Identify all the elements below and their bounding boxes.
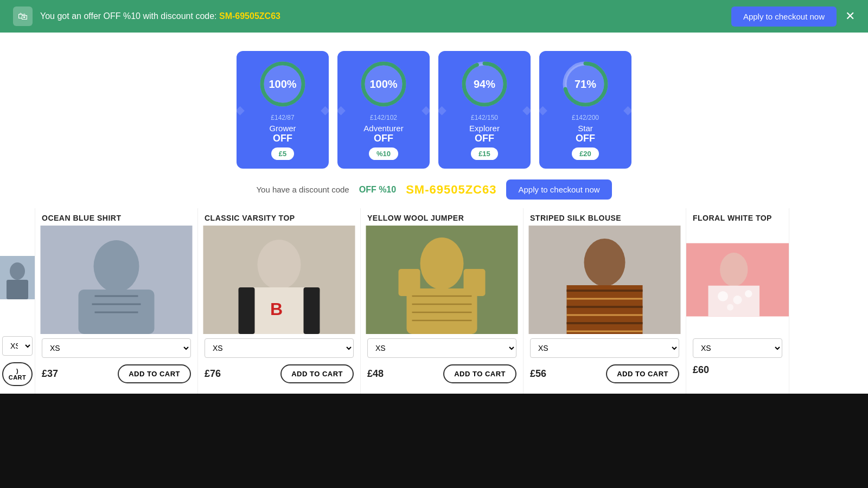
banner-code: SM-69505ZC63: [219, 11, 280, 21]
discount-label: You have a discount code: [256, 185, 349, 194]
banner-apply-button[interactable]: Apply to checkout now: [731, 7, 837, 27]
product-title-partial-left: [0, 208, 35, 223]
tier-card-grower: 100% £142/87 Grower OFF £5: [237, 51, 329, 169]
tier-circle-1: 100%: [359, 60, 408, 108]
apply-checkout-button[interactable]: Apply to checkout now: [506, 179, 611, 200]
product-card-striped-silk: STRIPED SILK BLOUSE XSSMLXL £56 ADD TO C…: [524, 208, 686, 394]
svg-point-47: [727, 304, 733, 311]
tier-circle-2: 94%: [460, 60, 509, 108]
svg-rect-20: [239, 287, 255, 334]
product-title-yellow-wool: YELLOW WOOL JUMPER: [361, 208, 523, 226]
svg-point-33: [584, 239, 626, 286]
tier-name-1: Adventurer: [363, 124, 403, 133]
tier-amounts-3: £142/200: [572, 114, 599, 121]
tier-card-star: 71% £142/200 Star OFF £20: [539, 51, 631, 169]
banner-icon: 🛍: [13, 7, 33, 26]
tier-circle-3: 71%: [561, 60, 610, 108]
main-content: 100% £142/87 Grower OFF £5 100% £142/102…: [0, 33, 868, 394]
product-card-ocean-blue: OCEAN BLUE SHIRT XSSMLXL £37 ADD TO CART: [35, 208, 198, 394]
add-to-cart-striped-silk[interactable]: ADD TO CART: [606, 364, 679, 383]
svg-rect-21: [304, 287, 320, 334]
tier-circle-0: 100%: [258, 60, 307, 108]
svg-rect-27: [407, 288, 477, 334]
add-to-cart-classic-varsity[interactable]: ADD TO CART: [280, 364, 354, 383]
svg-point-42: [720, 253, 748, 286]
svg-point-24: [420, 237, 464, 290]
banner-close-button[interactable]: ✕: [845, 10, 855, 22]
size-select-ocean-blue[interactable]: XSSMLXL: [42, 338, 191, 358]
tier-name-3: Star: [578, 124, 593, 133]
tier-off-3: OFF: [576, 133, 595, 144]
product-card-floral-white: FLORAL WHITE TOP XSSMLXL £60: [686, 208, 789, 394]
discount-off-label: OFF %10: [359, 185, 396, 195]
tier-amounts-1: £142/102: [370, 114, 397, 121]
tier-section: 100% £142/87 Grower OFF £5 100% £142/102…: [0, 46, 868, 179]
tier-card-adventurer: 100% £142/102 Adventurer OFF %10: [337, 51, 430, 169]
svg-point-44: [718, 291, 728, 301]
tier-off-1: OFF: [374, 133, 393, 144]
add-to-cart-yellow-wool[interactable]: ADD TO CART: [443, 364, 516, 383]
add-to-cart-partial-left[interactable]: ) CART: [2, 362, 33, 386]
tier-badge-2: £15: [471, 147, 498, 160]
tier-name-0: Grower: [269, 124, 296, 133]
product-footer-classic-varsity: £76 ADD TO CART: [198, 360, 360, 391]
product-price-striped-silk: £56: [530, 368, 546, 380]
banner-message: You got an offer OFF %10 with discount c…: [40, 11, 280, 21]
tier-off-0: OFF: [273, 133, 292, 144]
tier-amounts-2: £142/150: [471, 114, 498, 121]
svg-point-45: [733, 296, 742, 304]
tier-off-2: OFF: [475, 133, 494, 144]
product-title-classic-varsity: CLASSIC VARSITY TOP: [198, 208, 360, 226]
size-select-floral-white[interactable]: XSSMLXL: [693, 338, 782, 358]
size-select-yellow-wool[interactable]: XSSMLXL: [367, 338, 516, 358]
tier-badge-1: %10: [369, 147, 398, 160]
product-card-classic-varsity: CLASSIC VARSITY TOP B XSSMLXL £76 ADD TO…: [198, 208, 361, 394]
product-price-classic-varsity: £76: [205, 368, 221, 380]
product-footer-partial-left: ) CART: [0, 358, 35, 394]
product-footer-ocean-blue: £37 ADD TO CART: [35, 360, 197, 391]
product-title-striped-silk: STRIPED SILK BLOUSE: [524, 208, 686, 226]
product-title-floral-white: FLORAL WHITE TOP: [686, 208, 789, 226]
svg-point-12: [94, 240, 139, 292]
product-price-floral-white: £60: [693, 364, 709, 376]
products-section: XSSMLXL ) CART OCEAN BLUE SHIRT XSSMLXL …: [0, 208, 868, 394]
offer-banner: 🛍 You got an offer OFF %10 with discount…: [0, 0, 868, 33]
discount-code-display: SM-69505ZC63: [406, 183, 496, 197]
banner-left: 🛍 You got an offer OFF %10 with discount…: [13, 7, 280, 26]
svg-text:B: B: [270, 299, 283, 319]
tier-badge-3: £20: [572, 147, 599, 160]
product-card-partial-left: XSSMLXL ) CART: [0, 208, 35, 394]
add-to-cart-ocean-blue[interactable]: ADD TO CART: [118, 364, 191, 383]
tier-name-2: Explorer: [469, 124, 500, 133]
svg-point-9: [10, 262, 25, 280]
product-price-yellow-wool: £48: [367, 368, 384, 380]
svg-rect-10: [7, 280, 28, 299]
svg-point-46: [745, 290, 752, 298]
product-footer-yellow-wool: £48 ADD TO CART: [361, 360, 523, 391]
size-select-striped-silk[interactable]: XSSMLXL: [530, 338, 679, 358]
size-select-partial-left[interactable]: XSSMLXL: [2, 336, 33, 356]
size-select-classic-varsity[interactable]: XSSMLXL: [205, 338, 354, 358]
discount-info-row: You have a discount code OFF %10 SM-6950…: [0, 179, 868, 208]
banner-right: Apply to checkout now ✕: [731, 7, 855, 27]
product-card-yellow-wool: YELLOW WOOL JUMPER XSSMLXL £48 ADD TO CA…: [361, 208, 524, 394]
svg-point-18: [258, 240, 301, 290]
product-footer-floral-white: £60: [686, 360, 789, 383]
product-title-ocean-blue: OCEAN BLUE SHIRT: [35, 208, 197, 226]
tier-badge-0: £5: [271, 147, 294, 160]
tier-amounts-0: £142/87: [271, 114, 294, 121]
product-footer-striped-silk: £56 ADD TO CART: [524, 360, 686, 391]
product-price-ocean-blue: £37: [42, 368, 58, 380]
tier-card-explorer: 94% £142/150 Explorer OFF £15: [438, 51, 531, 169]
svg-rect-34: [567, 285, 643, 334]
